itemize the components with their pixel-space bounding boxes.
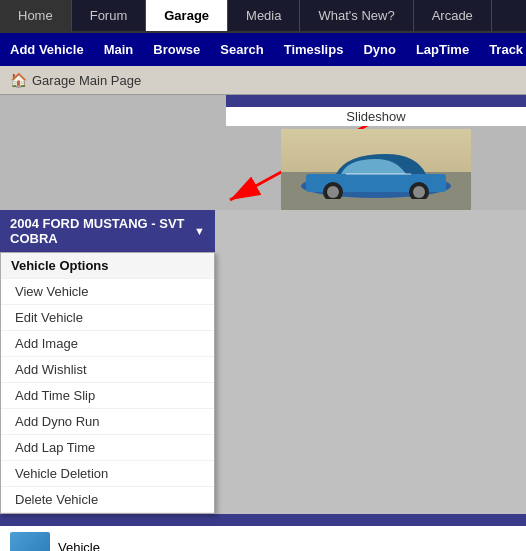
vehicle-name: 2004 FORD MUSTANG - SVT COBRA <box>10 216 188 246</box>
nav-laptime[interactable]: LapTime <box>406 37 479 62</box>
svg-point-7 <box>413 186 425 198</box>
nav-browse[interactable]: Browse <box>143 37 210 62</box>
nav-search[interactable]: Search <box>210 37 273 62</box>
vehicle-row: Vehicle <box>0 526 526 551</box>
nav-timeslips[interactable]: Timeslips <box>274 37 354 62</box>
slideshow-label: Slideshow <box>226 107 526 126</box>
nav-forum[interactable]: Forum <box>72 0 147 31</box>
bottom-bar <box>0 514 526 526</box>
breadcrumb-text: Garage Main Page <box>32 73 141 88</box>
menu-item-edit-vehicle[interactable]: Edit Vehicle <box>1 305 214 331</box>
nav-garage[interactable]: Garage <box>146 0 228 31</box>
nav-track[interactable]: Track <box>479 37 526 62</box>
vehicle-options-dropdown: Vehicle Options View Vehicle Edit Vehicl… <box>0 252 215 514</box>
menu-item-add-dyno-run[interactable]: Add Dyno Run <box>1 409 214 435</box>
dropdown-header: Vehicle Options <box>1 253 214 279</box>
nav-add-vehicle[interactable]: Add Vehicle <box>0 37 94 62</box>
menu-item-add-lap-time[interactable]: Add Lap Time <box>1 435 214 461</box>
nav-media[interactable]: Media <box>228 0 300 31</box>
menu-item-vehicle-deletion[interactable]: Vehicle Deletion <box>1 461 214 487</box>
menu-item-add-image[interactable]: Add Image <box>1 331 214 357</box>
menu-item-add-wishlist[interactable]: Add Wishlist <box>1 357 214 383</box>
breadcrumb: 🏠 Garage Main Page <box>0 66 526 95</box>
second-navigation: Add Vehicle Main Browse Search Timeslips… <box>0 33 526 66</box>
menu-item-delete-vehicle[interactable]: Delete Vehicle <box>1 487 214 513</box>
svg-point-5 <box>327 186 339 198</box>
vehicle-label: Vehicle <box>58 540 100 552</box>
nav-main[interactable]: Main <box>94 37 144 62</box>
menu-item-add-time-slip[interactable]: Add Time Slip <box>1 383 214 409</box>
nav-dyno[interactable]: Dyno <box>353 37 406 62</box>
vehicle-thumbnail <box>10 532 50 551</box>
home-icon[interactable]: 🏠 <box>10 72 26 88</box>
dropdown-arrow-icon: ▼ <box>194 225 205 237</box>
nav-arcade[interactable]: Arcade <box>414 0 492 31</box>
vehicle-selector[interactable]: 2004 FORD MUSTANG - SVT COBRA ▼ <box>0 210 215 252</box>
nav-whats-new[interactable]: What's New? <box>300 0 413 31</box>
top-navigation: Home Forum Garage Media What's New? Arca… <box>0 0 526 33</box>
menu-item-view-vehicle[interactable]: View Vehicle <box>1 279 214 305</box>
car-image <box>291 144 461 199</box>
nav-home[interactable]: Home <box>0 0 72 31</box>
